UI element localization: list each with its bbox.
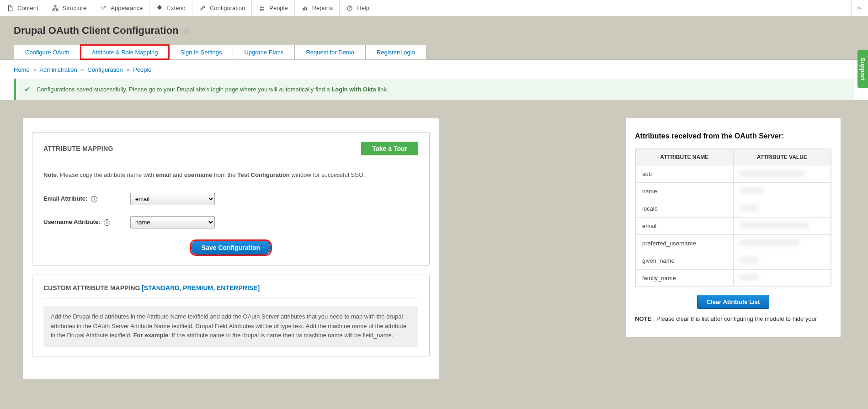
toolbar-item-label: Extend bbox=[167, 5, 185, 11]
table-header-attribute-value: ATTRIBUTE VALUE bbox=[733, 149, 831, 165]
right-panel-note: NOTE : Please clear this list after conf… bbox=[635, 314, 831, 324]
toolbar-item-extend[interactable]: Extend bbox=[149, 0, 192, 16]
breadcrumb-link[interactable]: People bbox=[133, 66, 151, 73]
oauth-attributes-heading: Attributes received from the OAuth Serve… bbox=[635, 132, 831, 140]
toolbar-item-label: Content bbox=[17, 5, 38, 11]
custom-mapping-plans[interactable]: [STANDARD, PREMIUM, ENTERPRISE] bbox=[142, 284, 260, 292]
save-configuration-highlight: Save Configuration bbox=[190, 239, 272, 256]
toolbar-item-label: Appearance bbox=[111, 5, 143, 11]
table-row: sub bbox=[636, 165, 831, 183]
wrench-icon bbox=[199, 5, 206, 12]
oauth-attributes-scroll[interactable]: ATTRIBUTE NAME ATTRIBUTE VALUE sub name … bbox=[635, 149, 831, 286]
toolbar-item-content[interactable]: Content bbox=[0, 0, 45, 16]
support-side-tab[interactable]: Support bbox=[857, 50, 868, 88]
svg-rect-5 bbox=[303, 8, 304, 11]
people-icon bbox=[258, 5, 266, 12]
attribute-value-hidden bbox=[740, 187, 763, 194]
take-a-tour-button[interactable]: Take a Tour bbox=[361, 142, 418, 155]
table-row: email bbox=[636, 218, 831, 235]
info-icon[interactable]: i bbox=[104, 219, 110, 226]
attribute-value-hidden bbox=[740, 222, 809, 228]
tab-sign-in-settings[interactable]: Sign In Settings bbox=[169, 45, 233, 59]
attribute-mapping-note: Note: Please copy the attribute name wit… bbox=[43, 170, 418, 180]
toolbar-item-help[interactable]: Help bbox=[340, 0, 376, 16]
breadcrumb-link[interactable]: Configuration bbox=[87, 66, 122, 73]
toolbar-item-label: Help bbox=[357, 5, 369, 11]
tab-attribute-role-mapping[interactable]: Attribute & Role Mapping bbox=[80, 45, 170, 59]
table-row: name bbox=[636, 183, 831, 200]
attribute-value-hidden bbox=[740, 239, 799, 246]
attribute-value-hidden bbox=[740, 257, 758, 263]
custom-mapping-heading: CUSTOM ATTRIBUTE MAPPING bbox=[43, 284, 142, 292]
toolbar-item-label: Reports bbox=[312, 5, 333, 11]
toolbar-item-configuration[interactable]: Configuration bbox=[192, 0, 252, 16]
breadcrumb-separator: » bbox=[80, 66, 84, 73]
page-tabs: Configure OAuth Attribute & Role Mapping… bbox=[0, 45, 868, 60]
collapse-icon bbox=[856, 5, 863, 11]
table-row: given_name bbox=[636, 252, 831, 270]
username-attribute-select[interactable]: name bbox=[130, 216, 215, 228]
custom-mapping-infobox: Add the Drupal field attributes in the A… bbox=[43, 306, 418, 347]
page-title: Drupal OAuth Client Configuration bbox=[14, 25, 179, 37]
oauth-attributes-panel: Attributes received from the OAuth Serve… bbox=[626, 118, 841, 337]
email-attribute-select[interactable]: email bbox=[130, 193, 215, 205]
breadcrumb-separator: » bbox=[126, 66, 129, 73]
page-header: Drupal OAuth Client Configuration ☆ bbox=[0, 16, 868, 37]
puzzle-icon bbox=[156, 5, 163, 12]
tab-request-for-demo[interactable]: Request for Demo bbox=[294, 45, 366, 59]
attribute-value-hidden bbox=[740, 274, 758, 281]
status-message: ✔ Configurations saved successfully. Ple… bbox=[14, 79, 854, 100]
svg-point-3 bbox=[261, 6, 262, 7]
tab-configure-oauth[interactable]: Configure OAuth bbox=[14, 45, 81, 59]
wand-icon bbox=[100, 5, 107, 12]
attribute-value-hidden bbox=[740, 205, 758, 211]
email-attribute-label: Email Attribute: i bbox=[43, 195, 130, 202]
breadcrumb-link[interactable]: Home bbox=[14, 66, 30, 73]
chart-icon bbox=[301, 5, 309, 12]
toolbar-item-structure[interactable]: Structure bbox=[45, 0, 94, 16]
attribute-value-hidden bbox=[740, 170, 804, 176]
tab-upgrade-plans[interactable]: Upgrade Plans bbox=[233, 45, 295, 59]
svg-point-4 bbox=[263, 6, 264, 8]
breadcrumb: Home » Administration » Configuration » … bbox=[14, 66, 854, 79]
username-attribute-label: Username Attribute: i bbox=[43, 218, 130, 226]
tab-register-login[interactable]: Register/Login bbox=[365, 45, 426, 59]
clear-attribute-list-button[interactable]: Clear Attribute List bbox=[697, 295, 770, 309]
toolbar-item-label: Structure bbox=[63, 5, 87, 11]
svg-rect-2 bbox=[56, 9, 58, 11]
help-icon bbox=[346, 5, 353, 12]
svg-rect-7 bbox=[306, 7, 307, 10]
checkmark-icon: ✔ bbox=[24, 85, 30, 94]
table-row: family_name bbox=[636, 270, 831, 287]
breadcrumb-link[interactable]: Administration bbox=[39, 66, 77, 73]
breadcrumb-separator: » bbox=[33, 66, 36, 73]
save-configuration-button[interactable]: Save Configuration bbox=[191, 241, 271, 255]
toolbar-collapse-button[interactable] bbox=[851, 0, 868, 16]
structure-icon bbox=[52, 5, 59, 12]
oauth-attributes-table: ATTRIBUTE NAME ATTRIBUTE VALUE sub name … bbox=[635, 149, 831, 286]
custom-attribute-mapping-card: CUSTOM ATTRIBUTE MAPPING [STANDARD, PREM… bbox=[32, 275, 430, 356]
table-header-attribute-name: ATTRIBUTE NAME bbox=[636, 149, 734, 165]
file-icon bbox=[6, 5, 14, 12]
toolbar-item-reports[interactable]: Reports bbox=[295, 0, 340, 16]
svg-rect-6 bbox=[304, 6, 305, 10]
attribute-mapping-card: ATTRIBUTE MAPPING Take a Tour Note: Plea… bbox=[32, 132, 430, 266]
attribute-mapping-heading: ATTRIBUTE MAPPING bbox=[43, 145, 113, 152]
admin-toolbar: Content Structure Appearance Extend Conf… bbox=[0, 0, 868, 16]
table-row: locale bbox=[636, 200, 831, 218]
toolbar-item-people[interactable]: People bbox=[252, 0, 294, 16]
toolbar-item-label: People bbox=[269, 5, 288, 11]
table-row: preferred_username bbox=[636, 235, 831, 252]
favorite-star-icon[interactable]: ☆ bbox=[183, 27, 190, 36]
info-icon[interactable]: i bbox=[91, 196, 97, 202]
toolbar-item-label: Configuration bbox=[210, 5, 245, 11]
svg-rect-1 bbox=[53, 9, 54, 11]
status-message-text: Configurations saved successfully. Pleas… bbox=[37, 86, 389, 93]
svg-rect-0 bbox=[54, 5, 56, 7]
toolbar-item-appearance[interactable]: Appearance bbox=[93, 0, 149, 16]
